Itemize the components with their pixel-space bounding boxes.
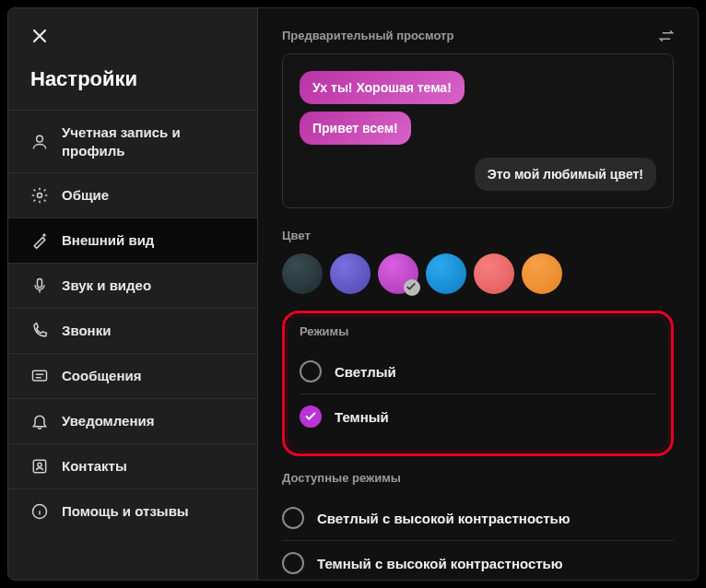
mode-option-label: Темный bbox=[335, 409, 389, 425]
preview-bubble-sent: Ух ты! Хорошая тема! bbox=[300, 71, 465, 104]
wand-icon bbox=[30, 231, 49, 250]
svg-rect-2 bbox=[38, 279, 42, 288]
svg-point-0 bbox=[37, 135, 43, 142]
modes-label: Режимы bbox=[300, 324, 656, 338]
message-icon bbox=[30, 367, 49, 385]
color-swatch[interactable] bbox=[426, 253, 466, 294]
mode-option-label: Светлый с высокой контрастностью bbox=[317, 511, 571, 526]
svg-rect-3 bbox=[33, 370, 47, 381]
swap-icon bbox=[657, 27, 676, 45]
sidebar-item-label: Уведомления bbox=[62, 412, 154, 430]
sidebar: Настройки Учетная запись и профиль Общие… bbox=[7, 7, 258, 581]
preview-label: Предварительный просмотр bbox=[282, 29, 674, 42]
color-swatches bbox=[282, 253, 674, 294]
available-modes-label: Доступные режимы bbox=[282, 471, 674, 485]
radio-icon bbox=[300, 360, 322, 382]
color-swatch[interactable] bbox=[330, 253, 371, 294]
sidebar-item-label: Звонки bbox=[62, 322, 111, 340]
sidebar-item-help[interactable]: Помощь и отзывы bbox=[8, 488, 257, 534]
svg-point-5 bbox=[38, 463, 41, 466]
color-label: Цвет bbox=[282, 229, 674, 242]
color-swatch[interactable] bbox=[282, 253, 323, 294]
preview-bubble-sent: Привет всем! bbox=[300, 112, 411, 145]
sidebar-item-messaging[interactable]: Сообщения bbox=[8, 353, 257, 398]
preview-box: Ух ты! Хорошая тема! Привет всем! Это мо… bbox=[282, 53, 674, 208]
mode-option-light-hc[interactable]: Светлый с высокой контрастностью bbox=[282, 496, 674, 540]
mode-option-dark[interactable]: Темный bbox=[300, 394, 656, 439]
modes-section: Режимы Светлый Темный bbox=[282, 311, 674, 456]
bell-icon bbox=[30, 412, 49, 430]
close-button[interactable] bbox=[30, 27, 257, 49]
check-icon bbox=[304, 410, 317, 423]
sidebar-item-label: Общие bbox=[62, 186, 109, 205]
color-swatch[interactable] bbox=[522, 253, 562, 294]
sidebar-item-contacts[interactable]: Контакты bbox=[8, 443, 257, 488]
radio-icon bbox=[282, 507, 304, 529]
sidebar-item-general[interactable]: Общие bbox=[8, 172, 257, 218]
svg-point-1 bbox=[38, 194, 42, 198]
sidebar-item-label: Помощь и отзывы bbox=[62, 502, 189, 521]
contacts-icon bbox=[30, 457, 49, 476]
color-swatch[interactable] bbox=[378, 253, 418, 294]
radio-icon bbox=[282, 552, 304, 574]
swap-button[interactable] bbox=[657, 27, 676, 49]
sidebar-item-audio-video[interactable]: Звук и видео bbox=[8, 263, 257, 308]
person-icon bbox=[30, 133, 49, 151]
info-icon bbox=[30, 502, 49, 521]
radio-icon bbox=[300, 406, 322, 428]
microphone-icon bbox=[30, 276, 49, 295]
sidebar-item-label: Сообщения bbox=[62, 367, 141, 385]
sidebar-item-account[interactable]: Учетная запись и профиль bbox=[8, 110, 257, 172]
mode-option-label: Темный с высокой контрастностью bbox=[317, 556, 563, 571]
sidebar-item-calling[interactable]: Звонки bbox=[8, 308, 257, 353]
page-title: Настройки bbox=[30, 67, 235, 91]
color-swatch[interactable] bbox=[474, 253, 514, 294]
sidebar-item-appearance[interactable]: Внешний вид bbox=[8, 218, 257, 263]
mode-option-label: Светлый bbox=[335, 364, 396, 380]
mode-option-light[interactable]: Светлый bbox=[300, 349, 656, 394]
settings-window: Настройки Учетная запись и профиль Общие… bbox=[0, 0, 706, 588]
sidebar-item-label: Контакты bbox=[62, 457, 127, 476]
sidebar-item-label: Учетная запись и профиль bbox=[62, 123, 235, 159]
sidebar-item-label: Звук и видео bbox=[62, 276, 151, 295]
sidebar-item-notifications[interactable]: Уведомления bbox=[8, 398, 257, 443]
check-icon bbox=[405, 280, 418, 293]
sidebar-item-label: Внешний вид bbox=[62, 231, 154, 250]
mode-option-dark-hc[interactable]: Темный с высокой контрастностью bbox=[282, 540, 674, 581]
phone-icon bbox=[30, 322, 49, 340]
close-icon bbox=[30, 27, 49, 45]
preview-bubble-received: Это мой любимый цвет! bbox=[475, 158, 656, 191]
main-panel: Предварительный просмотр Ух ты! Хорошая … bbox=[258, 7, 699, 581]
gear-icon bbox=[30, 186, 49, 205]
